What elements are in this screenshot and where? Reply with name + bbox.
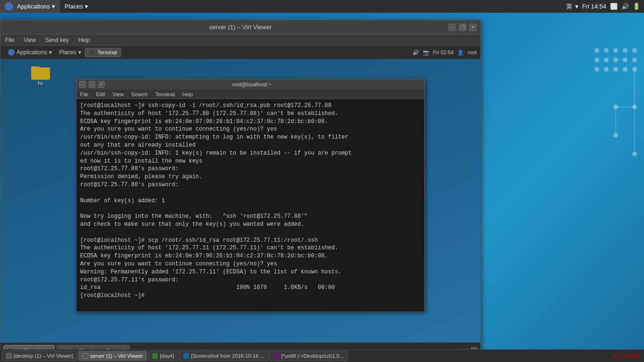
svg-point-18	[632, 105, 637, 109]
svg-point-8	[623, 58, 627, 62]
minimize-button[interactable]: –	[448, 24, 456, 31]
svg-point-14	[632, 67, 637, 72]
lang-indicator[interactable]: 英	[566, 2, 572, 11]
term-help-menu[interactable]: Help	[179, 90, 197, 99]
vm-time: Fri 02:54	[433, 49, 454, 55]
virt-viewer-titlebar: server (1) – Virt Viewer – ❐ ✕	[0, 20, 480, 34]
places-label: Places	[65, 3, 83, 10]
svg-point-4	[632, 48, 637, 53]
vm-terminal-taskbar[interactable]: ⬛ Terminal	[85, 48, 122, 57]
screen-icon: ⬜	[610, 3, 618, 10]
vm-applications-menu[interactable]: Applications ▾	[4, 46, 56, 59]
vm-places-label: Places	[59, 49, 76, 56]
terminal-titlebar: – □ ✕ root@localhost:~	[76, 79, 424, 90]
vv-help-menu[interactable]: Help	[74, 34, 95, 46]
volume-icon: 🔊	[621, 3, 629, 10]
svg-point-13	[623, 67, 627, 72]
vm-volume-icon: 🔊	[413, 49, 419, 56]
applications-menu[interactable]: Applications ▾	[0, 0, 60, 13]
virt-viewer-title: server (1) – Virt Viewer	[33, 24, 448, 31]
server1-icon	[83, 353, 88, 359]
vm-desktop: Applications ▾ Places ▾ ⬛ Terminal	[0, 46, 480, 359]
svg-point-2	[613, 48, 618, 53]
system-bar-left: Applications ▾ Places ▾	[0, 0, 93, 13]
desktop: server (1) – Virt Viewer – ❐ ✕ File View…	[0, 13, 644, 362]
svg-point-9	[632, 58, 637, 62]
vm-places-arrow: ▾	[78, 49, 81, 56]
lang-arrow: ▾	[575, 3, 578, 10]
window-controls: – ❐ ✕	[448, 24, 477, 31]
vm-terminal-label: Terminal	[98, 49, 117, 55]
battery-icon: 🔋	[633, 3, 640, 10]
term-view-menu[interactable]: View	[109, 90, 128, 99]
system-clock: Fri 14:54	[582, 3, 606, 10]
day4-icon	[152, 353, 158, 359]
host-task-server1-label: server (1) – Virt Viewer	[90, 353, 143, 359]
term-file-menu[interactable]: File	[76, 90, 92, 99]
svg-point-1	[604, 48, 609, 53]
svg-point-10	[594, 67, 599, 72]
screenshot-icon	[183, 353, 189, 359]
vm-terminal-icon: ⬛	[89, 49, 96, 56]
svg-point-3	[623, 48, 627, 53]
terminal-content[interactable]: [root@localhost ~]# ssh-copy-id -i /root…	[76, 99, 424, 312]
virt-viewer-menu: File View Send key Help	[0, 34, 480, 46]
restore-button[interactable]: ❐	[459, 24, 466, 31]
vv-sendkey-menu[interactable]: Send key	[41, 34, 74, 46]
vm-places-menu[interactable]: Places ▾	[56, 46, 85, 59]
terminal-window: – □ ✕ root@localhost:~ File Edit View Se…	[76, 79, 425, 312]
terminal-minimize-btn[interactable]: –	[79, 81, 86, 88]
vm-applications-arrow: ▾	[49, 49, 52, 56]
host-task-desktop1-label: [desktop (1) – Virt Viewer]	[14, 353, 73, 359]
vm-topbar-right: 🔊 📷 Fri 02:54 👤 root	[413, 49, 477, 56]
terminal-window-controls: – □ ✕	[79, 81, 105, 88]
svg-point-20	[613, 133, 618, 138]
vv-file-menu[interactable]: File	[0, 34, 19, 46]
vm-fedora-icon	[8, 49, 15, 56]
desktop1-icon	[6, 353, 12, 359]
vv-view-menu[interactable]: View	[19, 34, 41, 46]
svg-point-0	[594, 48, 599, 53]
vm-user-icon: 👤	[457, 49, 464, 56]
svg-point-6	[604, 58, 609, 62]
svg-point-12	[613, 67, 618, 72]
host-taskbar: [desktop (1) – Virt Viewer] server (1) –…	[0, 349, 644, 362]
vm-screen: Applications ▾ Places ▾ ⬛ Terminal	[0, 46, 480, 359]
host-task-screenshot[interactable]: [Screenshot from 2018-10-16 ...	[179, 351, 268, 361]
vm-folder[interactable]: ho	[31, 65, 50, 86]
host-task-editor-label: [*unit9 (~/Desktop/zzl(1.0...	[281, 353, 344, 359]
brand-label: 51CTO博客	[613, 353, 642, 360]
term-edit-menu[interactable]: Edit	[92, 90, 109, 99]
term-terminal-menu[interactable]: Terminal	[151, 90, 179, 99]
folder-icon	[31, 65, 50, 80]
host-task-server1[interactable]: server (1) – Virt Viewer	[78, 351, 147, 361]
svg-point-7	[613, 58, 618, 62]
vm-topbar-left: Applications ▾ Places ▾ ⬛ Terminal	[4, 46, 121, 59]
host-task-screenshot-label: [Screenshot from 2018-10-16 ...	[191, 353, 264, 359]
editor-icon	[274, 353, 280, 359]
host-task-desktop1[interactable]: [desktop (1) – Virt Viewer]	[2, 351, 77, 361]
host-task-editor[interactable]: [*unit9 (~/Desktop/zzl(1.0...	[270, 351, 348, 361]
svg-point-17	[613, 105, 618, 109]
fedora-icon	[5, 2, 13, 11]
vm-topbar: Applications ▾ Places ▾ ⬛ Terminal	[0, 46, 480, 59]
vm-user: root	[468, 49, 477, 55]
folder-label: ho	[38, 81, 43, 86]
places-menu[interactable]: Places ▾	[60, 0, 93, 13]
svg-point-11	[604, 67, 609, 72]
system-bar-right: 英 ▾ Fri 14:54 ⬜ 🔊 🔋	[566, 2, 644, 11]
host-task-day4-label: [day4]	[160, 353, 174, 359]
terminal-title: root@localhost:~	[105, 82, 399, 87]
terminal-close-btn[interactable]: ✕	[98, 81, 105, 88]
vm-screenshot-icon: 📷	[423, 49, 429, 56]
terminal-maximize-btn[interactable]: □	[89, 81, 95, 88]
virt-viewer-window: server (1) – Virt Viewer – ❐ ✕ File View…	[0, 20, 481, 359]
term-search-menu[interactable]: Search	[127, 90, 151, 99]
svg-point-22	[632, 152, 637, 156]
host-task-day4[interactable]: [day4]	[148, 351, 178, 361]
close-button[interactable]: ✕	[469, 24, 477, 31]
svg-point-5	[594, 58, 599, 62]
desktop-decoration	[493, 13, 644, 362]
vm-applications-label: Applications	[17, 49, 47, 56]
terminal-menu: File Edit View Search Terminal Help	[76, 90, 424, 99]
